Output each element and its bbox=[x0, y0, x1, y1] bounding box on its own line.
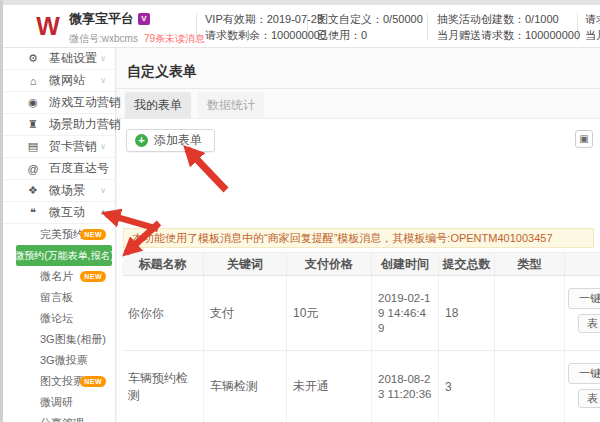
add-form-button[interactable]: + 添加表单 bbox=[126, 129, 215, 152]
cell-actions: 一键复 表 bbox=[564, 351, 600, 422]
sidebar-item-micro-scene[interactable]: ❖ 微场景 ∨ bbox=[0, 180, 115, 202]
submenu-item-perfect-booking[interactable]: 完美预约 NEW bbox=[0, 224, 115, 245]
sidebar-item-label: 微网站 bbox=[49, 72, 85, 89]
submenu-item-article-vote[interactable]: 图文投票 NEW bbox=[0, 371, 115, 392]
new-badge: NEW bbox=[80, 271, 106, 282]
verified-badge-icon: V bbox=[138, 13, 150, 25]
sidebar-item-baidu-zhida[interactable]: @ 百度直达号 ∨ bbox=[0, 158, 115, 180]
stat-line: 抽奖活动创建数：0/1000 bbox=[437, 11, 580, 27]
submenu-item-label: 微论坛 bbox=[40, 311, 73, 326]
new-badge: NEW bbox=[80, 376, 106, 387]
cell-total: 18 bbox=[438, 276, 494, 350]
submenu-item-share-manage-clipped[interactable]: 分享管理 bbox=[0, 413, 115, 422]
copy-button[interactable]: 一键复 bbox=[568, 288, 600, 309]
sidebar-item-micro-site[interactable]: ⌂ 微网站 ∨ bbox=[0, 70, 115, 92]
settings-icon: ⚙ bbox=[26, 52, 40, 65]
sidebar-item-label: 基础设置 bbox=[49, 50, 97, 67]
col-header-created: 创建时间 bbox=[371, 253, 438, 275]
submenu-item-label: 分享管理 bbox=[40, 416, 84, 422]
stat-line: 请求数剩余：100000000 bbox=[205, 27, 326, 43]
submenu-item-micro-forum[interactable]: 微论坛 bbox=[0, 308, 115, 329]
cell-total: 3 bbox=[438, 351, 494, 422]
cell-title: 车辆预约检测 bbox=[122, 351, 203, 422]
table-header-row: 标题名称 关键词 支付价格 创建时间 提交总数 类型 bbox=[122, 252, 600, 276]
col-header-price: 支付价格 bbox=[286, 253, 371, 275]
bank-icon: ♜ bbox=[26, 118, 40, 131]
sidebar-item-scene-boost[interactable]: ♜ 场景助力营销 ∨ bbox=[0, 114, 115, 136]
page-title: 自定义表单 bbox=[127, 63, 197, 81]
cell-type bbox=[494, 351, 564, 422]
cell-created: 2019-02-19 14:46:49 bbox=[371, 276, 438, 350]
stat-vip: VIP有效期：2019-07-25 请求数剩余：100000000 bbox=[205, 11, 326, 43]
chevron-up-icon: ∧ bbox=[100, 208, 106, 217]
stat-line: 图文自定义：0/50000 bbox=[317, 11, 423, 27]
stat-custom-articles: 图文自定义：0/50000 已使用：0 bbox=[317, 11, 423, 43]
form-button[interactable]: 表 bbox=[578, 389, 600, 408]
chevron-down-icon: ∨ bbox=[100, 164, 106, 173]
submenu-item-3g-vote[interactable]: 3G微投票 bbox=[0, 350, 115, 371]
card-icon: ▤ bbox=[26, 140, 40, 153]
app-title: 微享宝平台 bbox=[69, 10, 134, 28]
submenu-item-micro-booking-active[interactable]: 微预约(万能表单,报名) bbox=[16, 245, 112, 266]
table-row: 你你你 支付 10元 2019-02-19 14:46:49 18 一键复 表 bbox=[122, 276, 600, 351]
submenu-item-label: 3G微投票 bbox=[40, 353, 88, 368]
copy-button[interactable]: 一键复 bbox=[568, 363, 600, 384]
cell-actions: 一键复 表 bbox=[564, 276, 600, 350]
chevron-down-icon: ∨ bbox=[100, 98, 106, 107]
stat-lottery: 抽奖活动创建数：0/1000 当月赠送请求数：100000000 bbox=[437, 11, 580, 43]
chevron-down-icon: ∨ bbox=[100, 186, 106, 195]
submenu-item-label: 微名片 bbox=[40, 269, 73, 284]
col-header-actions bbox=[564, 253, 600, 275]
sidebar-item-game-marketing[interactable]: ◉ 游戏互动营销 ∨ bbox=[0, 92, 115, 114]
template-notice-banner: 本功能使用了模板消息中的“商家回复提醒”模板消息，其模板编号:OPENTM401… bbox=[123, 228, 594, 248]
logo: W bbox=[33, 11, 63, 41]
submenu-item-label: 完美预约 bbox=[40, 227, 84, 242]
sidebar-item-greeting-card[interactable]: ▤ 贺卡营销 ∨ bbox=[0, 136, 115, 158]
content-panel: + 添加表单 ▣ 本功能使用了模板消息中的“商家回复提醒”模板消息，其模板编号:… bbox=[117, 118, 600, 422]
header-divider bbox=[427, 13, 428, 41]
cell-keyword: 支付 bbox=[203, 276, 286, 350]
sidebar-item-label: 微互动 bbox=[49, 204, 85, 221]
stat-line: 当月赠送请求数：100000000 bbox=[437, 27, 580, 43]
plus-icon: + bbox=[135, 134, 148, 147]
sidebar-item-basic-settings[interactable]: ⚙ 基础设置 ∨ bbox=[0, 48, 115, 70]
tab-bar: 我的表单 数据统计 bbox=[125, 92, 264, 118]
at-icon: @ bbox=[26, 163, 40, 175]
submenu-item-label: 留言板 bbox=[40, 290, 73, 305]
submenu-item-micro-card[interactable]: 微名片 NEW bbox=[0, 266, 115, 287]
form-button[interactable]: 表 bbox=[578, 314, 600, 333]
submenu-item-label: 图文投票 bbox=[40, 374, 84, 389]
chevron-down-icon: ∨ bbox=[100, 120, 106, 129]
cell-type bbox=[494, 276, 564, 350]
add-form-label: 添加表单 bbox=[154, 132, 202, 149]
submenu-item-micro-survey[interactable]: 微调研 bbox=[0, 392, 115, 413]
chevron-down-icon: ∨ bbox=[100, 76, 106, 85]
stat-line: VIP有效期：2019-07-25 bbox=[205, 11, 326, 27]
stat-line: 已使用：0 bbox=[317, 27, 423, 43]
page-edge-top bbox=[0, 0, 600, 5]
wechat-id: 微信号:wxbcms bbox=[69, 33, 138, 44]
sidebar-item-label: 场景助力营销 bbox=[49, 116, 121, 133]
sidebar-item-label: 贺卡营销 bbox=[49, 138, 97, 155]
submenu-item-message-board[interactable]: 留言板 bbox=[0, 287, 115, 308]
col-header-type: 类型 bbox=[494, 253, 564, 275]
stat-line: 请求 bbox=[585, 11, 600, 27]
new-badge: NEW bbox=[80, 229, 106, 240]
submenu-item-label: 3G图集(相册) bbox=[40, 332, 106, 347]
col-header-title: 标题名称 bbox=[122, 253, 203, 275]
submenu-item-label: 微预约(万能表单,报名) bbox=[14, 249, 113, 263]
cell-created: 2018-08-23 11:20:36 bbox=[371, 351, 438, 422]
game-icon: ◉ bbox=[26, 96, 40, 109]
main-content: 自定义表单 我的表单 数据统计 + 添加表单 ▣ 本功能使用了模板消息中的“商家… bbox=[117, 48, 600, 422]
top-header: W 微享宝平台V 微信号:wxbcms79条未读消息 VIP有效期：2019-0… bbox=[0, 5, 600, 48]
sidebar-item-label: 游戏互动营销 bbox=[49, 94, 121, 111]
tab-data-stats[interactable]: 数据统计 bbox=[198, 92, 264, 118]
cell-price: 10元 bbox=[286, 276, 371, 350]
quote-icon: ❝ bbox=[26, 206, 40, 219]
stat-clipped: 请求 当月 bbox=[585, 11, 600, 43]
submenu-item-3g-gallery[interactable]: 3G图集(相册) bbox=[0, 329, 115, 350]
account-block: 微享宝平台V 微信号:wxbcms79条未读消息 bbox=[69, 9, 205, 46]
tab-my-forms[interactable]: 我的表单 bbox=[125, 92, 191, 118]
sidebar-item-micro-interaction[interactable]: ❝ 微互动 ∧ bbox=[0, 202, 115, 224]
corner-widget-icon[interactable]: ▣ bbox=[575, 130, 593, 148]
